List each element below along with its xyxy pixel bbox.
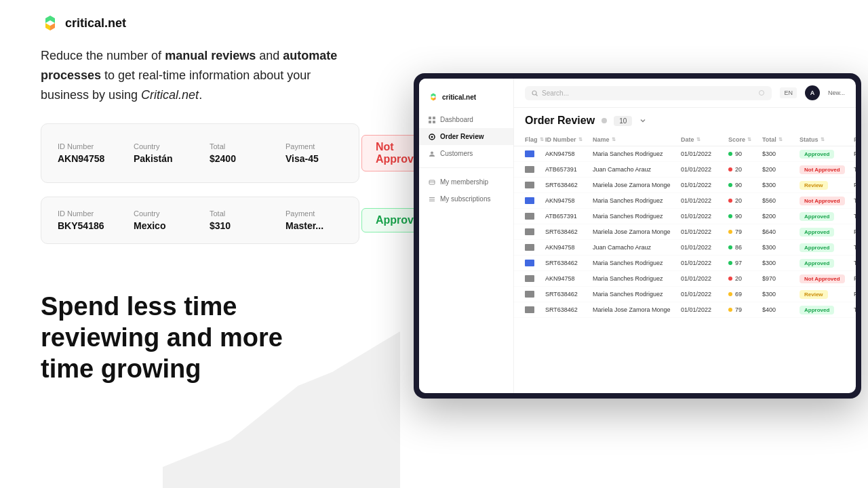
td-flag: [525, 244, 545, 251]
status-pill: Approved: [800, 212, 834, 221]
td-payment: Tarjeta de debito: [854, 306, 856, 313]
td-date: 01/01/2022: [681, 213, 728, 220]
membership-icon: [429, 179, 435, 186]
td-total: $560: [762, 197, 800, 204]
svg-point-7: [431, 136, 433, 138]
th-payment: Payment Method ⇅: [854, 136, 856, 143]
card1-id-value: AKN94758: [58, 153, 112, 164]
td-flag: [525, 197, 545, 204]
table-row: SRT638462 Mariela Jose Zamora Monge 01/0…: [514, 178, 856, 193]
card2-total-value: $310: [210, 220, 264, 231]
svg-rect-3: [433, 117, 435, 119]
username-text: New...: [828, 89, 845, 96]
td-id: AKN94758: [545, 275, 593, 282]
td-payment: Tarjeta de credito: [854, 166, 856, 173]
td-total: $200: [762, 166, 800, 173]
lang-badge: EN: [780, 87, 797, 98]
table-row: AKN94758 Maria Sanches Rodriguez 01/01/2…: [514, 146, 856, 162]
td-date: 01/01/2022: [681, 228, 728, 235]
nav-dashboard-label: Dashboard: [440, 116, 473, 123]
td-name: Mariela Jose Zamora Monge: [593, 228, 681, 235]
card1-total-value: $2400: [210, 153, 264, 164]
td-id: AKN94758: [545, 150, 593, 157]
th-score: Score ⇅: [728, 136, 762, 143]
card1-id-label: ID Number: [58, 142, 112, 150]
chevron-down-icon: [639, 117, 647, 125]
td-payment: Tarjeta de credito: [854, 260, 856, 266]
card1-country-value: Pakistán: [134, 153, 188, 164]
th-status: Status ⇅: [800, 136, 854, 143]
td-name: Mariela Jose Zamora Monge: [593, 306, 681, 313]
td-id: SRT638462: [545, 306, 593, 313]
td-id: SRT638462: [545, 291, 593, 298]
td-id: ATB657391: [545, 213, 593, 220]
td-name: Maria Sanches Rodriguez: [593, 197, 681, 204]
data-table: Flag ⇅ ID Number ⇅ Name ⇅ Date ⇅ Score ⇅…: [514, 134, 856, 393]
td-flag: [525, 228, 545, 235]
td-total: $970: [762, 275, 800, 282]
score-dot-icon: [728, 277, 732, 281]
td-payment: Transacción Bancaria: [854, 213, 856, 220]
subscriptions-icon: [429, 196, 435, 203]
td-name: Maria Sanches Rodriguez: [593, 150, 681, 157]
nav-dashboard[interactable]: Dashboard: [419, 111, 513, 128]
card2-country-label: Country: [134, 209, 188, 218]
svg-line-15: [536, 94, 538, 96]
logo: critical.net: [41, 14, 126, 33]
td-score: 79: [728, 306, 762, 313]
td-date: 01/01/2022: [681, 306, 728, 313]
search-bar[interactable]: Search...: [525, 86, 772, 100]
score-dot-icon: [728, 199, 732, 203]
score-dot-icon: [728, 230, 732, 234]
td-score: 97: [728, 260, 762, 266]
status-pill: Approved: [800, 228, 834, 237]
card1-payment-label: Payment: [285, 142, 340, 150]
svg-point-16: [760, 90, 764, 95]
td-score: 90: [728, 213, 762, 220]
nav-subscriptions-label: My subscriptions: [440, 195, 490, 203]
logo-text: critical.net: [65, 16, 126, 30]
status-pill: Not Approved: [800, 165, 845, 174]
app-logo-text: critical.net: [442, 94, 476, 101]
nav-order-review[interactable]: Order Review: [419, 128, 513, 145]
card1-total-field: Total $2400: [210, 142, 264, 164]
td-name: Juan Camacho Arauz: [593, 244, 681, 251]
card1-country-field: Country Pakistán: [134, 142, 188, 164]
nav-customers[interactable]: Customers: [419, 145, 513, 162]
td-status: Not Approved: [800, 166, 854, 173]
nav-subscriptions[interactable]: My subscriptions: [419, 190, 513, 207]
score-dot-icon: [728, 292, 732, 296]
td-id: AKN94758: [545, 244, 593, 251]
card1-country-label: Country: [134, 142, 188, 150]
td-name: Maria Sanches Rodriguez: [593, 213, 681, 220]
right-panel: critical.net Dashboard: [400, 46, 868, 488]
status-dot: [601, 118, 607, 123]
td-total: $300: [762, 182, 800, 188]
tablet-screen: critical.net Dashboard: [419, 79, 856, 393]
td-id: AKN94758: [545, 197, 593, 204]
td-date: 01/01/2022: [681, 291, 728, 298]
table-header: Flag ⇅ ID Number ⇅ Name ⇅ Date ⇅ Score ⇅…: [514, 134, 856, 146]
status-pill: Approved: [800, 243, 834, 252]
card2-payment-value: Master...: [285, 220, 340, 231]
flag-icon: [525, 260, 534, 266]
td-status: Approved: [800, 150, 854, 157]
card2-payment-field: Payment Master...: [285, 209, 340, 231]
score-dot-icon: [728, 167, 732, 171]
flag-icon: [525, 291, 534, 298]
card2-id-field: ID Number BKY54186: [58, 209, 112, 231]
td-status: Review: [800, 182, 854, 188]
count-badge: 10: [614, 116, 632, 126]
td-flag: [525, 275, 545, 282]
nav-membership[interactable]: My membership: [419, 174, 513, 190]
app-main: Search... EN A New... Order: [514, 79, 856, 393]
td-status: Not Approved: [800, 275, 854, 282]
status-pill: Not Approved: [800, 197, 845, 205]
card2-payment-label: Payment: [285, 209, 340, 218]
td-id: SRT638462: [545, 228, 593, 235]
customers-icon: [429, 150, 435, 157]
app-logo-icon: [429, 92, 438, 102]
search-placeholder: Search...: [542, 89, 569, 97]
td-id: SRT638462: [545, 260, 593, 266]
td-date: 01/01/2022: [681, 260, 728, 266]
